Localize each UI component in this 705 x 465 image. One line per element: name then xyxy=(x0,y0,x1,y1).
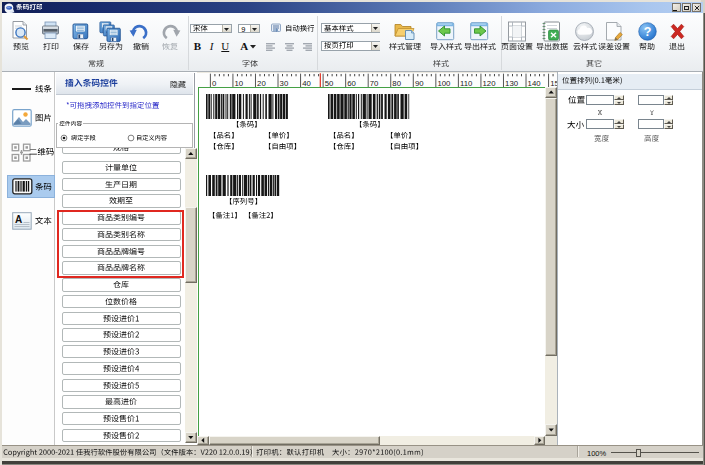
svg-text:?: ? xyxy=(643,25,651,39)
svg-text:A: A xyxy=(14,213,21,224)
